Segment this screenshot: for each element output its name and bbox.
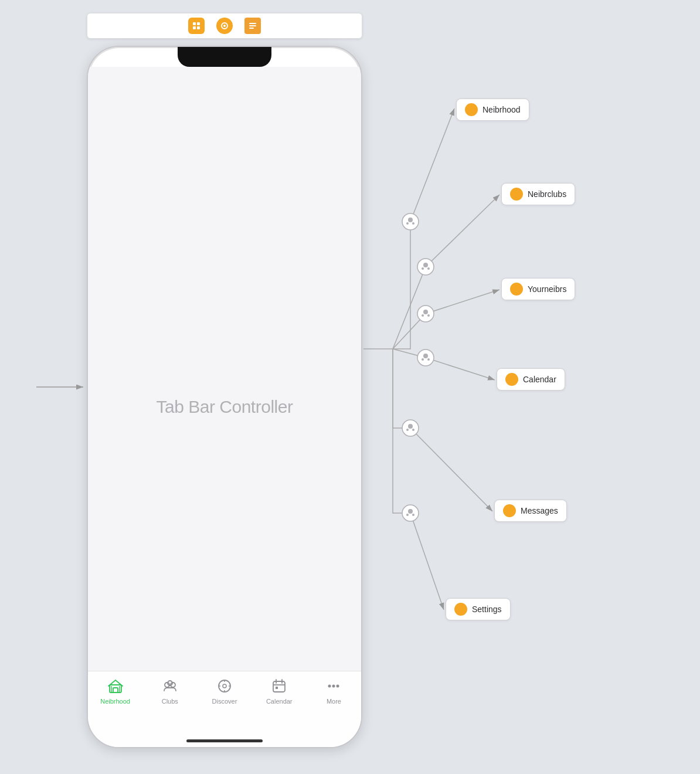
toolbar-icon-1[interactable] xyxy=(188,18,205,34)
svg-point-62 xyxy=(412,514,414,516)
svg-point-55 xyxy=(402,420,419,436)
tab-label-calendar: Calendar xyxy=(266,698,293,705)
tab-more[interactable]: More xyxy=(307,677,361,705)
svg-point-59 xyxy=(402,505,419,521)
svg-point-60 xyxy=(408,509,413,514)
svg-line-34 xyxy=(426,195,499,267)
svg-point-53 xyxy=(422,358,424,361)
tab-bar: Neibrhood Clubs xyxy=(88,671,361,747)
svg-point-46 xyxy=(427,267,430,270)
screen: Tab Bar Controller xyxy=(88,67,361,747)
svg-point-56 xyxy=(408,424,413,429)
svg-point-47 xyxy=(417,305,434,322)
svg-point-48 xyxy=(423,310,428,314)
svg-rect-0 xyxy=(193,22,196,25)
clubs-icon xyxy=(161,677,179,695)
svg-point-41 xyxy=(406,222,409,225)
tab-discover[interactable]: Discover xyxy=(197,677,252,705)
tab-calendar[interactable]: Calendar xyxy=(252,677,307,705)
node-label-calendar: Calendar xyxy=(523,375,556,384)
more-icon xyxy=(325,677,342,695)
node-label-neibrclubs: Neibrclubs xyxy=(528,189,566,199)
svg-rect-10 xyxy=(113,688,118,692)
svg-point-61 xyxy=(406,514,409,516)
calendar-icon xyxy=(270,677,288,695)
svg-point-54 xyxy=(427,358,430,361)
node-label-neibrhood: Neibrhood xyxy=(482,105,521,114)
svg-rect-22 xyxy=(273,681,285,692)
svg-line-36 xyxy=(426,358,495,380)
svg-point-40 xyxy=(408,218,413,222)
toolbar-icon-3[interactable] xyxy=(244,18,261,34)
svg-line-38 xyxy=(410,513,444,610)
node-yourneibrs[interactable]: Yourneibrs xyxy=(501,278,575,300)
svg-point-52 xyxy=(423,354,428,358)
svg-point-27 xyxy=(328,685,331,688)
svg-point-44 xyxy=(423,263,428,267)
svg-point-43 xyxy=(417,259,434,275)
toolbar-icon-2[interactable] xyxy=(216,18,233,34)
svg-line-33 xyxy=(410,108,454,222)
node-settings[interactable]: Settings xyxy=(446,598,511,620)
svg-line-37 xyxy=(410,428,492,511)
svg-point-28 xyxy=(332,685,335,688)
tab-label-more: More xyxy=(327,698,341,705)
node-icon-yourneibrs xyxy=(510,283,523,296)
node-icon-messages xyxy=(503,504,516,517)
home-indicator xyxy=(186,739,263,742)
node-label-settings: Settings xyxy=(472,605,502,614)
svg-point-42 xyxy=(412,222,414,225)
svg-rect-7 xyxy=(249,25,256,26)
svg-point-51 xyxy=(417,349,434,366)
svg-point-17 xyxy=(223,684,226,688)
svg-point-50 xyxy=(427,314,430,317)
svg-point-58 xyxy=(412,429,414,431)
neibrhood-icon xyxy=(107,677,124,695)
svg-rect-1 xyxy=(197,22,200,25)
svg-line-35 xyxy=(426,290,499,314)
tab-clubs[interactable]: Clubs xyxy=(142,677,197,705)
svg-rect-2 xyxy=(193,26,196,29)
iphone-frame: Tab Bar Controller Neibrhood xyxy=(87,46,362,748)
node-icon-calendar xyxy=(505,373,518,386)
node-messages[interactable]: Messages xyxy=(494,500,567,522)
node-label-messages: Messages xyxy=(521,506,558,515)
tab-label-clubs: Clubs xyxy=(162,698,178,705)
node-neibrhood[interactable]: Neibrhood xyxy=(456,99,529,121)
node-label-yourneibrs: Yourneibrs xyxy=(528,284,566,294)
svg-rect-3 xyxy=(197,26,200,29)
screen-title: Tab Bar Controller xyxy=(157,397,293,417)
tab-label-discover: Discover xyxy=(212,698,237,705)
node-icon-neibrclubs xyxy=(510,188,523,201)
node-neibrclubs[interactable]: Neibrclubs xyxy=(501,183,575,205)
svg-point-57 xyxy=(406,429,409,431)
svg-point-49 xyxy=(422,314,424,317)
node-icon-neibrhood xyxy=(465,103,478,116)
svg-point-5 xyxy=(223,25,226,27)
svg-point-39 xyxy=(402,213,419,230)
svg-point-45 xyxy=(422,267,424,270)
node-calendar[interactable]: Calendar xyxy=(497,368,565,391)
tab-label-neibrhood: Neibrhood xyxy=(100,698,130,705)
svg-rect-6 xyxy=(249,23,256,24)
svg-rect-26 xyxy=(276,687,278,689)
toolbar xyxy=(87,13,362,39)
tab-neibrhood[interactable]: Neibrhood xyxy=(88,677,142,705)
svg-rect-8 xyxy=(249,28,254,29)
node-icon-settings xyxy=(454,603,467,616)
discover-icon xyxy=(216,677,233,695)
notch xyxy=(178,47,271,67)
svg-point-29 xyxy=(337,685,339,688)
